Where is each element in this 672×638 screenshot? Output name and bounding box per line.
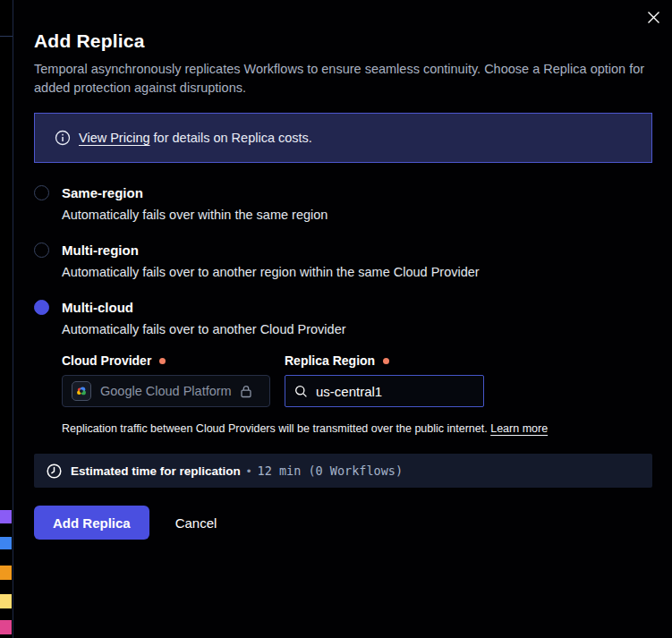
background-fragment-purple	[0, 510, 12, 523]
add-replica-button[interactable]: Add Replica	[34, 506, 149, 540]
option-description: Automatically fails over within the same…	[62, 208, 652, 222]
estimate-separator: •	[247, 464, 251, 478]
modal-actions: Add Replica Cancel	[34, 506, 652, 540]
option-multi-cloud: Multi-cloud Automatically fails over to …	[34, 300, 652, 435]
required-dot	[159, 358, 166, 364]
clock-icon	[47, 464, 62, 479]
add-replica-modal: Add Replica Temporal asynchronously repl…	[13, 0, 672, 638]
replica-region-field-group: Replica Region	[285, 353, 484, 407]
estimated-time-banner: Estimated time for replication • 12 min …	[34, 454, 652, 488]
page-title: Add Replica	[34, 30, 652, 52]
replica-option-group: Same-region Automatically fails over wit…	[34, 185, 652, 435]
option-description: Automatically fails over to another Clou…	[62, 322, 652, 336]
search-icon	[294, 385, 308, 398]
replica-region-combobox[interactable]	[285, 375, 484, 407]
pricing-info-banner: View Pricing for details on Replica cost…	[34, 113, 652, 163]
modal-description: Temporal asynchronously replicates Workf…	[34, 60, 652, 98]
estimate-value: 12 min (0 Workflows)	[258, 464, 404, 478]
multi-cloud-form: Cloud Provider	[62, 353, 652, 407]
required-dot	[383, 358, 389, 364]
background-fragment-blue	[0, 537, 12, 549]
option-multi-region: Multi-region Automatically fails over to…	[34, 242, 652, 279]
background-fragment-yellow	[0, 594, 12, 608]
view-pricing-link[interactable]: View Pricing	[79, 131, 150, 145]
close-icon[interactable]	[645, 9, 661, 25]
radio-row-same-region[interactable]: Same-region	[34, 185, 652, 200]
public-internet-note: Replication traffic between Cloud Provid…	[62, 422, 652, 435]
background-page-edge	[0, 0, 13, 638]
background-fragment-pink	[0, 620, 12, 634]
cloud-provider-field-group: Cloud Provider	[62, 353, 270, 407]
cloud-provider-label: Cloud Provider	[62, 353, 270, 368]
option-label: Multi-region	[62, 242, 139, 258]
radio-row-multi-cloud[interactable]: Multi-cloud	[34, 300, 652, 315]
radio-multi-region[interactable]	[34, 242, 49, 258]
learn-more-link[interactable]: Learn more	[490, 422, 548, 435]
background-fragment-orange	[0, 566, 12, 580]
gcp-logo-icon	[72, 381, 91, 401]
replica-region-label: Replica Region	[285, 353, 484, 368]
option-same-region: Same-region Automatically fails over wit…	[34, 185, 652, 222]
radio-multi-cloud[interactable]	[34, 300, 49, 315]
estimate-label: Estimated time for replication	[71, 464, 241, 478]
cloud-provider-select[interactable]: Google Cloud Platform	[62, 375, 270, 407]
pricing-banner-text: for details on Replica costs.	[150, 131, 312, 145]
background-divider	[0, 36, 13, 37]
option-label: Multi-cloud	[62, 300, 133, 315]
lock-icon	[240, 385, 252, 398]
info-icon	[55, 130, 71, 146]
radio-row-multi-region[interactable]: Multi-region	[34, 242, 652, 258]
cloud-provider-value: Google Cloud Platform	[100, 384, 232, 398]
replica-region-input[interactable]	[316, 384, 459, 399]
option-label: Same-region	[62, 185, 143, 200]
cancel-button[interactable]: Cancel	[175, 515, 217, 531]
radio-same-region[interactable]	[34, 185, 49, 200]
option-description: Automatically fails over to another regi…	[62, 265, 652, 279]
